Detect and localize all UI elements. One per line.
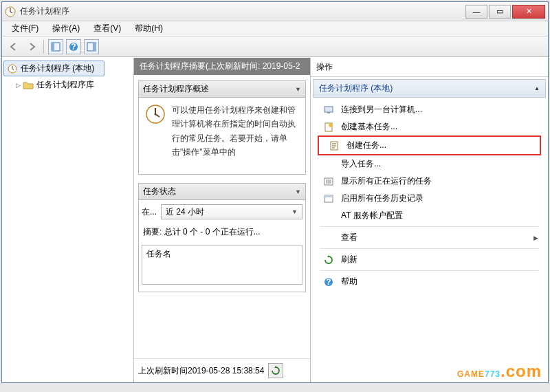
app-window: 任务计划程序 ― ▭ ✕ 文件(F) 操作(A) 查看(V) 帮助(H) ? 任… [1, 1, 549, 383]
tree-root-node[interactable]: 任务计划程序 (本地) [3, 61, 104, 76]
separator [320, 226, 538, 227]
menubar: 文件(F) 操作(A) 查看(V) 帮助(H) [2, 21, 548, 36]
toggle-actions-button[interactable] [84, 39, 99, 54]
status-summary-text: 摘要: 总计 0 个 - 0 个正在运行... [139, 224, 305, 245]
clock-icon [7, 63, 18, 74]
help-button[interactable]: ? [66, 39, 81, 54]
task-names-label: 任务名 [146, 249, 171, 259]
blank-icon [323, 210, 334, 221]
svg-rect-2 [52, 43, 54, 51]
action-create-basic-task[interactable]: 创建基本任务... [314, 118, 545, 135]
content-area: 任务计划程序 (本地) ▷ 任务计划程序库 任务计划程序摘要(上次刷新时间: 2… [2, 57, 548, 382]
dropdown-value: 近 24 小时 [166, 206, 204, 218]
overview-text: 可以使用任务计划程序来创建和管理计算机将在所指定的时间自动执行的常见任务。若要开… [172, 103, 300, 168]
task-icon [329, 140, 340, 151]
action-label: 显示所有正在运行的任务 [341, 175, 432, 187]
tree-pane: 任务计划程序 (本地) ▷ 任务计划程序库 [2, 58, 134, 382]
actions-context-label: 任务计划程序 (本地) [319, 83, 393, 94]
svg-rect-17 [324, 195, 333, 197]
action-create-task[interactable]: 创建任务... [319, 137, 540, 154]
overview-title: 任务计划程序概述 [143, 83, 209, 95]
back-button[interactable] [6, 39, 21, 54]
maximize-button[interactable]: ▭ [489, 5, 511, 19]
wizard-icon [323, 122, 334, 133]
refresh-icon [271, 366, 280, 375]
help-icon: ? [323, 276, 334, 287]
separator [320, 248, 538, 249]
status-panel: 任务状态 ▼ 在... 近 24 小时 ▼ 摘要: 总计 0 个 - 0 个正在… [138, 183, 306, 292]
action-import-task[interactable]: 导入任务... [314, 155, 545, 173]
action-help[interactable]: ? 帮助 [314, 273, 545, 290]
summary-pane: 任务计划程序摘要(上次刷新时间: 2019-05-2 任务计划程序概述 ▼ 可以… [134, 58, 311, 382]
tree-root-label: 任务计划程序 (本地) [21, 63, 94, 74]
actions-header: 操作 [311, 58, 548, 77]
status-header[interactable]: 任务状态 ▼ [139, 184, 305, 200]
action-view-submenu[interactable]: 查看 ▶ [314, 229, 545, 246]
titlebar[interactable]: 任务计划程序 ― ▭ ✕ [2, 2, 548, 21]
chevron-down-icon: ▼ [295, 86, 301, 93]
svg-text:?: ? [326, 277, 331, 287]
blank-icon [323, 159, 334, 170]
svg-rect-6 [93, 43, 96, 51]
status-period-dropdown[interactable]: 近 24 小时 ▼ [161, 204, 302, 219]
highlight-annotation: 创建任务... [318, 135, 541, 155]
refresh-icon [323, 254, 334, 265]
window-title: 任务计划程序 [20, 6, 464, 17]
overview-panel: 任务计划程序概述 ▼ 可以使用任务计划程序来创建和管理计算机将在所指定的时间自动… [138, 80, 306, 175]
chevron-down-icon: ▼ [295, 188, 301, 195]
tree-library-node[interactable]: ▷ 任务计划程序库 [3, 78, 132, 92]
clock-icon [144, 103, 166, 125]
svg-rect-10 [324, 107, 333, 112]
refresh-button[interactable] [268, 363, 283, 378]
actions-context-header[interactable]: 任务计划程序 (本地) ▲ [313, 79, 546, 98]
status-period-label: 在... [142, 206, 157, 218]
action-label: 创建基本任务... [341, 121, 397, 133]
chevron-down-icon: ▼ [292, 208, 298, 215]
blank-icon [323, 232, 334, 243]
actions-pane: 操作 任务计划程序 (本地) ▲ 连接到另一台计算机... 创建基本任务... [311, 58, 548, 382]
action-refresh[interactable]: 刷新 [314, 251, 545, 268]
menu-action[interactable]: 操作(A) [45, 21, 87, 36]
toggle-tree-button[interactable] [48, 39, 63, 54]
menu-help[interactable]: 帮助(H) [128, 21, 170, 36]
close-button[interactable]: ✕ [512, 5, 545, 19]
window-controls: ― ▭ ✕ [464, 5, 545, 19]
toolbar: ? [2, 36, 548, 57]
action-label: 导入任务... [341, 158, 381, 170]
separator [320, 270, 538, 271]
action-label: 启用所有任务历史记录 [341, 193, 424, 204]
menu-view[interactable]: 查看(V) [87, 21, 128, 36]
svg-text:?: ? [71, 42, 76, 52]
action-list: 连接到另一台计算机... 创建基本任务... 创建任务... 导入任务... [311, 100, 548, 292]
svg-point-9 [155, 113, 157, 116]
action-label: 创建任务... [346, 140, 386, 151]
chevron-right-icon: ▶ [534, 235, 538, 241]
folder-icon [23, 80, 34, 91]
svg-rect-11 [327, 112, 330, 113]
tree-library-label: 任务计划程序库 [36, 79, 94, 91]
action-at-service[interactable]: AT 服务帐户配置 [314, 207, 545, 224]
summary-header: 任务计划程序摘要(上次刷新时间: 2019-05-2 [134, 58, 310, 75]
action-label: 连接到另一台计算机... [341, 104, 422, 116]
action-connect[interactable]: 连接到另一台计算机... [314, 101, 545, 118]
list-icon [323, 176, 334, 187]
action-label: 刷新 [341, 254, 358, 265]
action-label: AT 服务帐户配置 [341, 210, 403, 221]
last-refresh-text: 上次刷新时间2019-05-28 15:38:54 [138, 365, 264, 377]
action-enable-history[interactable]: 启用所有任务历史记录 [314, 190, 545, 207]
action-label: 帮助 [341, 276, 358, 287]
summary-footer: 上次刷新时间2019-05-28 15:38:54 [134, 358, 310, 382]
forward-button[interactable] [24, 39, 39, 54]
computer-icon [323, 105, 334, 116]
menu-file[interactable]: 文件(F) [5, 21, 45, 36]
history-icon [323, 193, 334, 204]
expand-icon[interactable]: ▷ [16, 82, 23, 89]
action-label: 查看 [341, 232, 358, 243]
clock-icon [5, 6, 16, 17]
svg-point-13 [329, 123, 333, 127]
toolbar-separator [43, 40, 44, 54]
overview-header[interactable]: 任务计划程序概述 ▼ [139, 81, 305, 98]
task-names-box: 任务名 [142, 245, 302, 285]
action-show-running[interactable]: 显示所有正在运行的任务 [314, 173, 545, 190]
minimize-button[interactable]: ― [465, 5, 487, 19]
